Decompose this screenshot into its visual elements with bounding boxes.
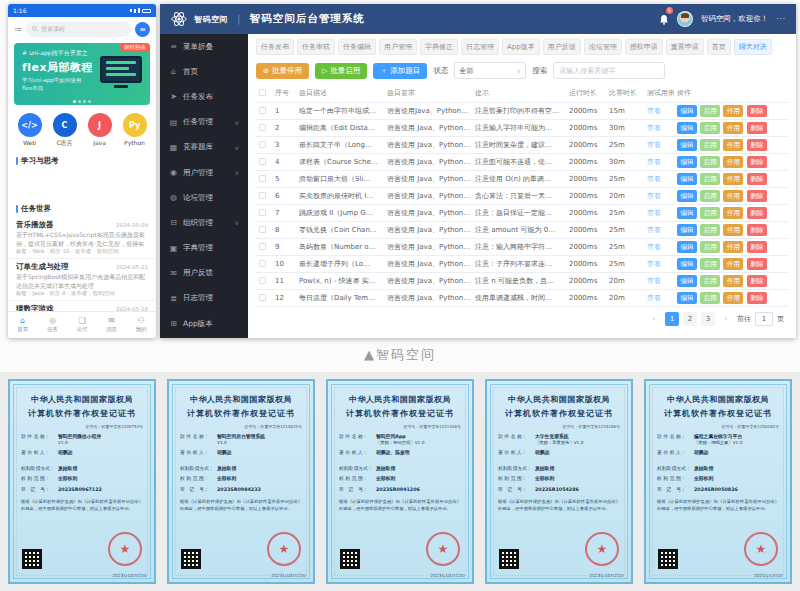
- tab-chip[interactable]: 字典修正: [420, 39, 458, 55]
- tab-chip[interactable]: App版本: [502, 39, 540, 55]
- page-number-button[interactable]: 3: [701, 312, 715, 326]
- delete-button[interactable]: 删除: [747, 190, 767, 202]
- quick-link[interactable]: Py Python: [123, 113, 147, 148]
- view-cases-link[interactable]: 查看: [647, 243, 661, 251]
- row-checkbox[interactable]: [259, 175, 266, 182]
- view-cases-link[interactable]: 查看: [647, 209, 661, 217]
- view-cases-link[interactable]: 查看: [647, 107, 661, 115]
- edit-button[interactable]: 编辑: [677, 122, 697, 134]
- tab-chip[interactable]: 任务发布: [256, 39, 294, 55]
- view-cases-link[interactable]: 查看: [647, 260, 661, 268]
- edit-button[interactable]: 编辑: [677, 156, 697, 168]
- keyword-search-input[interactable]: [553, 62, 665, 79]
- delete-button[interactable]: 删除: [747, 122, 767, 134]
- add-question-button[interactable]: ＋添加题目: [373, 63, 427, 79]
- notification-button[interactable]: 5: [659, 10, 669, 29]
- view-cases-link[interactable]: 查看: [647, 277, 661, 285]
- page-number-button[interactable]: 2: [683, 312, 697, 326]
- edit-button[interactable]: 编辑: [677, 292, 697, 304]
- tab-chip[interactable]: 任务审核: [297, 39, 335, 55]
- page-number-button[interactable]: 1: [665, 312, 679, 326]
- edit-button[interactable]: 编辑: [677, 258, 697, 270]
- edit-button[interactable]: 编辑: [677, 139, 697, 151]
- edit-button[interactable]: 编辑: [677, 207, 697, 219]
- delete-button[interactable]: 删除: [747, 241, 767, 253]
- sidebar-item[interactable]: ⌂ 首页: [160, 59, 248, 84]
- stop-button[interactable]: 停用: [723, 173, 743, 185]
- enable-button[interactable]: 启用: [700, 190, 720, 202]
- delete-button[interactable]: 删除: [747, 139, 767, 151]
- carousel-dots[interactable]: [73, 100, 91, 103]
- edit-button[interactable]: 编辑: [677, 173, 697, 185]
- select-all-checkbox[interactable]: [259, 89, 266, 96]
- delete-button[interactable]: 删除: [747, 156, 767, 168]
- sidebar-item[interactable]: ◍ 论坛管理: [160, 185, 248, 210]
- goto-page-input[interactable]: 1: [755, 312, 773, 326]
- row-checkbox[interactable]: [259, 243, 266, 250]
- edit-button[interactable]: 编辑: [677, 241, 697, 253]
- row-checkbox[interactable]: [259, 277, 266, 284]
- sidebar-item[interactable]: ≡ 菜单折叠: [160, 34, 248, 59]
- tab-chip[interactable]: 日志管理: [461, 39, 499, 55]
- edit-button[interactable]: 编辑: [677, 190, 697, 202]
- delete-button[interactable]: 删除: [747, 173, 767, 185]
- tab-chip[interactable]: 授权申请: [625, 39, 663, 55]
- stop-button[interactable]: 停用: [723, 190, 743, 202]
- stop-button[interactable]: 停用: [723, 139, 743, 151]
- tab-chip[interactable]: 聊天对决: [734, 39, 772, 55]
- edit-button[interactable]: 编辑: [677, 275, 697, 287]
- enable-button[interactable]: 启用: [700, 224, 720, 236]
- sidebar-item[interactable]: ⊟ 组织管理 ∨: [160, 210, 248, 235]
- row-checkbox[interactable]: [259, 158, 266, 165]
- batch-enable-button[interactable]: ▷批量启用: [315, 63, 367, 79]
- delete-button[interactable]: 删除: [747, 258, 767, 270]
- search-input[interactable]: 搜索课程: [26, 22, 131, 37]
- category-icon[interactable]: ≔: [14, 25, 22, 34]
- stop-button[interactable]: 停用: [723, 122, 743, 134]
- view-cases-link[interactable]: 查看: [647, 294, 661, 302]
- stop-button[interactable]: 停用: [723, 275, 743, 287]
- sidebar-item[interactable]: ✉ 用户反馈: [160, 261, 248, 286]
- sidebar-item[interactable]: ▣ 字典管理: [160, 236, 248, 261]
- tabbar-item[interactable]: ◎ 任务: [38, 312, 68, 338]
- sidebar-item[interactable]: ▤ 任务管理 ∨: [160, 110, 248, 135]
- row-checkbox[interactable]: [259, 192, 266, 199]
- sidebar-item[interactable]: ▦ 竞赛题库 ∨: [160, 135, 248, 160]
- header-more-button[interactable]: ···: [776, 15, 786, 23]
- sidebar-item[interactable]: ⊞ App版本: [160, 311, 248, 336]
- menu-button[interactable]: ≡: [135, 22, 150, 37]
- row-checkbox[interactable]: [259, 124, 266, 131]
- quick-link[interactable]: </> Web: [18, 113, 42, 148]
- enable-button[interactable]: 启用: [700, 139, 720, 151]
- edit-button[interactable]: 编辑: [677, 105, 697, 117]
- tabbar-item[interactable]: ❑ 论坛: [67, 312, 97, 338]
- tab-chip[interactable]: 用户反馈: [543, 39, 581, 55]
- tab-chip[interactable]: 论坛管理: [584, 39, 622, 55]
- delete-button[interactable]: 删除: [747, 275, 767, 287]
- tabbar-item[interactable]: ⌂ 首页: [8, 312, 38, 338]
- tab-chip[interactable]: 重置申请: [666, 39, 704, 55]
- quick-link[interactable]: J Java: [88, 113, 112, 148]
- view-cases-link[interactable]: 查看: [647, 141, 661, 149]
- study-card[interactable]: 看视频学编程轻松入门不用愁: [14, 169, 80, 201]
- row-checkbox[interactable]: [259, 209, 266, 216]
- status-select[interactable]: 全部 ∨: [454, 62, 526, 79]
- stop-button[interactable]: 停用: [723, 105, 743, 117]
- tab-chip[interactable]: 首页: [707, 39, 731, 55]
- avatar[interactable]: [677, 11, 693, 27]
- sidebar-item[interactable]: ≣ 日志管理: [160, 286, 248, 311]
- enable-button[interactable]: 启用: [700, 292, 720, 304]
- sidebar-item[interactable]: ➤ 任务发布: [160, 84, 248, 109]
- view-cases-link[interactable]: 查看: [647, 226, 661, 234]
- study-card[interactable]: 趣味编程挑战参与活动赢好礼: [85, 169, 151, 201]
- view-cases-link[interactable]: 查看: [647, 192, 661, 200]
- enable-button[interactable]: 启用: [700, 275, 720, 287]
- enable-button[interactable]: 启用: [700, 105, 720, 117]
- enable-button[interactable]: 启用: [700, 241, 720, 253]
- stop-button[interactable]: 停用: [723, 292, 743, 304]
- batch-disable-button[interactable]: ⊘批量停用: [256, 63, 309, 79]
- row-checkbox[interactable]: [259, 294, 266, 301]
- delete-button[interactable]: 删除: [747, 224, 767, 236]
- edit-button[interactable]: 编辑: [677, 224, 697, 236]
- task-list-item[interactable]: 音乐播放器 2024-05-09 基于HTML+CSS+JavaScript实现…: [8, 217, 156, 259]
